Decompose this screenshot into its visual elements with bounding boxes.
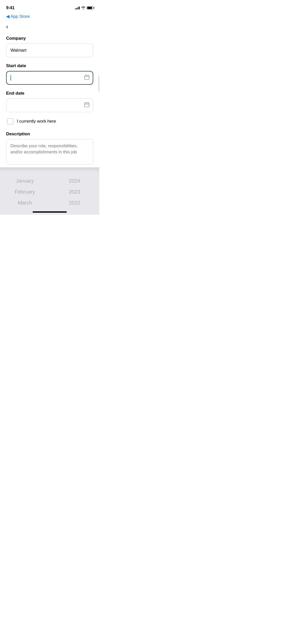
home-indicator [33,211,67,213]
status-time: 9:41 [6,5,15,10]
date-picker-shadow [0,167,99,172]
currently-work-here-row: I currently work here [6,118,93,124]
month-item-february[interactable]: February [0,187,50,196]
end-date-field-group: End date [6,91,93,112]
currently-work-here-label: I currently work here [17,119,56,124]
start-date-field-group: Start date [6,63,93,85]
start-date-input[interactable] [6,71,93,85]
year-item-2022[interactable]: 2022 [50,198,99,207]
month-item-january[interactable]: January [0,177,50,185]
end-date-input-wrapper [6,98,93,112]
currently-work-here-checkbox[interactable] [7,118,13,124]
end-date-label: End date [6,91,93,96]
year-item-2024[interactable]: 2024 [50,177,99,185]
description-input[interactable] [6,139,93,165]
date-picker-columns: January February March 2024 2023 2022 [0,172,99,209]
end-date-input[interactable] [6,98,93,112]
date-picker-overlay[interactable]: January February March 2024 2023 2022 [0,167,99,215]
description-field-group: Description [6,131,93,166]
year-picker-col: 2024 2023 2022 [50,177,99,207]
signal-icon [75,6,80,9]
back-button-row: ‹ [0,22,99,34]
company-label: Company [6,36,93,41]
description-label: Description [6,131,93,137]
month-item-march[interactable]: March [0,198,50,207]
year-item-2023[interactable]: 2023 [50,187,99,196]
app-store-nav[interactable]: ◀ App Store [0,12,99,22]
text-cursor [10,75,11,81]
company-input[interactable] [6,43,93,57]
back-chevron-icon[interactable]: ‹ [6,23,8,30]
battery-icon [87,6,93,9]
scroll-indicator [98,76,99,92]
month-picker-col: January February March [0,177,50,207]
start-date-label: Start date [6,63,93,68]
app-store-label: App Store [10,14,30,19]
wifi-icon [81,6,85,9]
back-arrow-icon: ◀ [6,14,9,19]
status-bar: 9:41 [0,0,99,12]
start-date-input-wrapper [6,71,93,85]
company-field-group: Company [6,36,93,57]
status-icons [75,6,93,9]
